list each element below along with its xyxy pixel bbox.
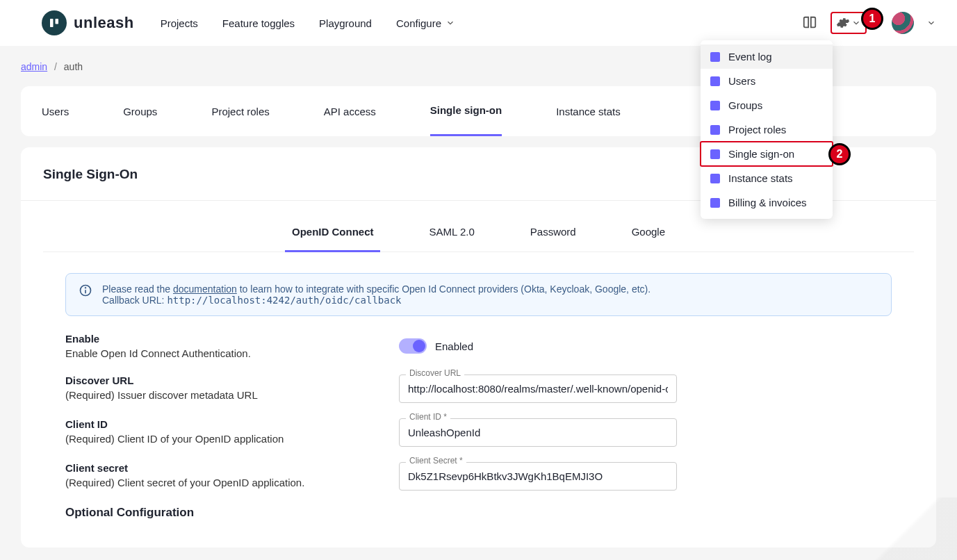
subtab-google[interactable]: Google: [625, 226, 672, 252]
callout-1: 1: [861, 8, 883, 30]
menu-users[interactable]: Users: [701, 69, 833, 93]
logo-icon: [42, 10, 67, 35]
tab-project-roles[interactable]: Project roles: [211, 86, 269, 136]
nav-feature-toggles[interactable]: Feature toggles: [222, 17, 295, 29]
menu-event-log[interactable]: Event log: [701, 44, 833, 69]
subtab-password[interactable]: Password: [523, 226, 583, 252]
tab-users[interactable]: Users: [42, 86, 69, 136]
breadcrumb-current: auth: [64, 61, 83, 72]
square-icon: [710, 125, 720, 135]
nav-playground[interactable]: Playground: [319, 17, 372, 29]
svg-point-4: [85, 288, 86, 288]
sso-provider-tabs: OpenID Connect SAML 2.0 Password Google: [43, 226, 914, 252]
gear-icon: [836, 16, 850, 30]
brand-text: unleash: [74, 14, 134, 32]
client-id-input[interactable]: [399, 418, 677, 447]
enable-toggle[interactable]: [399, 338, 427, 354]
svg-rect-1: [56, 19, 59, 24]
menu-groups[interactable]: Groups: [701, 93, 833, 117]
optional-config-title: Optional Configuration: [65, 506, 892, 520]
info-icon: [79, 283, 92, 297]
menu-billing[interactable]: Billing & invoices: [701, 190, 833, 215]
svg-rect-0: [50, 19, 54, 27]
client-secret-input[interactable]: [399, 462, 677, 491]
app-header: unleash Projects Feature toggles Playgro…: [0, 0, 957, 46]
brand[interactable]: unleash: [42, 10, 134, 35]
callback-url: http://localhost:4242/auth/oidc/callback: [167, 295, 401, 306]
menu-instance-stats[interactable]: Instance stats: [701, 166, 833, 190]
docs-icon[interactable]: [801, 15, 818, 31]
chevron-down-icon[interactable]: [926, 18, 936, 28]
square-icon: [710, 198, 720, 208]
square-icon: [710, 52, 720, 62]
enable-label: Enable: [65, 333, 371, 345]
enable-status: Enabled: [435, 340, 473, 352]
doc-link[interactable]: documentation: [173, 283, 237, 295]
nav-projects[interactable]: Projects: [161, 17, 198, 29]
settings-dropdown: Event log Users Groups Project roles Sin…: [701, 40, 833, 219]
settings-button[interactable]: 1: [831, 12, 867, 34]
tab-instance-stats[interactable]: Instance stats: [556, 86, 621, 136]
square-icon: [710, 76, 720, 86]
nav-configure[interactable]: Configure: [396, 17, 455, 29]
tab-api-access[interactable]: API access: [324, 86, 376, 136]
square-icon: [710, 149, 720, 159]
square-icon: [710, 174, 720, 183]
square-icon: [710, 101, 720, 110]
tab-single-sign-on[interactable]: Single sign-on: [430, 86, 502, 136]
avatar[interactable]: [892, 12, 914, 34]
main-nav: Projects Feature toggles Playground Conf…: [161, 17, 455, 29]
info-banner: Please read the documentation to learn h…: [65, 273, 892, 316]
discover-label: Discover URL: [65, 374, 371, 386]
secret-label: Client secret: [65, 462, 371, 474]
breadcrumb-admin[interactable]: admin: [21, 61, 47, 72]
discover-url-input[interactable]: [399, 374, 677, 403]
tab-groups[interactable]: Groups: [123, 86, 157, 136]
menu-project-roles[interactable]: Project roles: [701, 117, 833, 142]
callout-2: 2: [828, 143, 851, 165]
subtab-openid[interactable]: OpenID Connect: [285, 226, 381, 252]
chevron-down-icon: [851, 18, 861, 28]
clientid-label: Client ID: [65, 418, 371, 430]
menu-single-sign-on[interactable]: Single sign-on 2: [701, 142, 833, 166]
chevron-down-icon: [445, 18, 455, 28]
subtab-saml[interactable]: SAML 2.0: [422, 226, 481, 252]
